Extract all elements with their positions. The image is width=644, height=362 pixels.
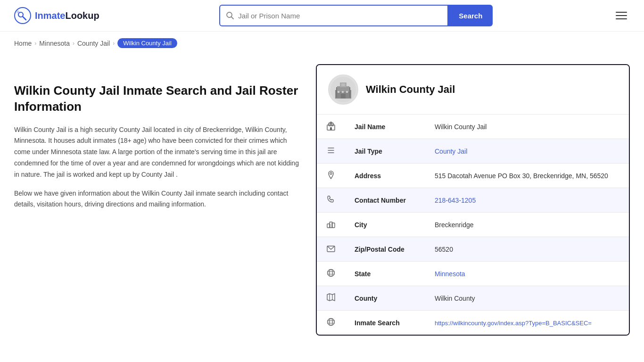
icon-cell xyxy=(317,188,345,213)
svg-point-29 xyxy=(328,270,335,277)
card-header: Wilkin County Jail xyxy=(317,65,629,115)
table-row: State Minnesota xyxy=(317,262,629,286)
breadcrumb: Home › Minnesota › County Jail › Wilkin … xyxy=(0,32,644,55)
state-link[interactable]: Minnesota xyxy=(435,270,465,278)
info-table: Jail Name Wilkin County Jail Jail Type C… xyxy=(317,115,629,335)
page-title: Wilkin County Jail Inmate Search and Jai… xyxy=(14,83,302,115)
svg-rect-10 xyxy=(341,83,345,86)
label-cell: Jail Type xyxy=(345,139,425,164)
icon-cell xyxy=(317,213,345,237)
svg-rect-20 xyxy=(330,127,332,130)
label-cell: Jail Name xyxy=(345,115,425,139)
svg-point-30 xyxy=(330,270,333,277)
search-globe-icon xyxy=(326,317,336,327)
icon-cell xyxy=(317,262,345,286)
search-icon xyxy=(226,11,234,20)
label-cell: State xyxy=(345,262,425,286)
breadcrumb-sep-1: › xyxy=(34,40,36,47)
label-cell: Zip/Postal Code xyxy=(345,237,425,262)
value-cell: 515 Dacotah Avenue PO Box 30, Breckenrid… xyxy=(425,164,629,188)
logo-text: InmateLookup xyxy=(35,10,99,21)
left-content: Wilkin County Jail Inmate Search and Jai… xyxy=(14,64,316,218)
breadcrumb-sep-3: › xyxy=(113,40,115,47)
svg-point-3 xyxy=(17,10,19,13)
label-cell: Contact Number xyxy=(345,188,425,213)
jail-info-card: Wilkin County Jail Jail Name Wilkin Coun… xyxy=(316,64,630,336)
breadcrumb-state[interactable]: Minnesota xyxy=(39,40,70,47)
logo-link[interactable]: InmateLookup xyxy=(14,7,99,24)
label-cell: City xyxy=(345,213,425,237)
hamburger-line2 xyxy=(616,15,627,16)
icon-cell xyxy=(317,139,345,164)
value-cell: Wilkin County xyxy=(425,286,629,311)
table-row: City Breckenridge xyxy=(317,213,629,237)
table-row: Address 515 Dacotah Avenue PO Box 30, Br… xyxy=(317,164,629,188)
description-paragraph-2: Below we have given information about th… xyxy=(14,188,302,211)
mail-icon xyxy=(326,244,336,253)
breadcrumb-sep-2: › xyxy=(73,40,74,47)
svg-rect-14 xyxy=(341,94,346,99)
logo-part2: Lookup xyxy=(65,10,99,21)
svg-point-24 xyxy=(330,173,332,174)
jail-building-icon xyxy=(330,77,356,102)
svg-rect-16 xyxy=(349,87,350,98)
logo-part1: Inmate xyxy=(35,10,65,21)
svg-line-2 xyxy=(23,16,26,20)
city-icon xyxy=(326,219,336,229)
search-input[interactable] xyxy=(238,12,442,20)
inmate-search-link[interactable]: https://wilkincounty.gov/index.asp?Type=… xyxy=(435,320,592,327)
hamburger-line3 xyxy=(616,18,627,19)
jail-avatar xyxy=(328,74,358,105)
table-row: Zip/Postal Code 56520 xyxy=(317,237,629,262)
icon-cell xyxy=(317,115,345,139)
svg-rect-15 xyxy=(336,87,337,98)
search-button[interactable]: Search xyxy=(448,5,493,26)
value-cell: County Jail xyxy=(425,139,629,164)
breadcrumb-current: Wilkin County Jail xyxy=(117,38,177,48)
value-cell: Wilkin County Jail xyxy=(425,115,629,139)
globe-icon xyxy=(326,268,336,278)
building-icon xyxy=(326,121,336,131)
breadcrumb-type[interactable]: County Jail xyxy=(77,40,110,47)
value-cell: 56520 xyxy=(425,237,629,262)
svg-rect-18 xyxy=(329,123,333,126)
svg-rect-13 xyxy=(346,91,348,93)
card-title: Wilkin County Jail xyxy=(366,83,455,96)
label-cell: County xyxy=(345,286,425,311)
value-cell: Breckenridge xyxy=(425,213,629,237)
value-cell: Minnesota xyxy=(425,262,629,286)
list-icon xyxy=(326,146,336,155)
svg-point-37 xyxy=(330,319,333,326)
phone-link[interactable]: 218-643-1205 xyxy=(435,197,476,204)
svg-line-5 xyxy=(231,17,234,19)
pin-icon xyxy=(326,170,336,180)
icon-cell xyxy=(317,164,345,188)
search-area: Search xyxy=(219,5,493,26)
icon-cell xyxy=(317,286,345,311)
icon-cell xyxy=(317,311,345,335)
hamburger-menu[interactable] xyxy=(613,9,630,22)
breadcrumb-home[interactable]: Home xyxy=(14,40,32,47)
svg-rect-11 xyxy=(338,91,339,93)
table-row: County Wilkin County xyxy=(317,286,629,311)
phone-icon xyxy=(326,195,336,204)
svg-marker-33 xyxy=(327,294,335,301)
description-paragraph-1: Wilkin County Jail is a high security Co… xyxy=(14,124,302,181)
svg-point-36 xyxy=(328,319,335,326)
table-row: Inmate Search https://wilkincounty.gov/i… xyxy=(317,311,629,335)
logo-icon xyxy=(14,7,31,24)
svg-rect-12 xyxy=(342,91,344,93)
icon-cell xyxy=(317,237,345,262)
value-cell: https://wilkincounty.gov/index.asp?Type=… xyxy=(425,311,629,335)
hamburger-line1 xyxy=(616,12,627,13)
header: InmateLookup Search xyxy=(0,0,644,32)
jail-type-link[interactable]: County Jail xyxy=(435,148,467,155)
value-cell: 218-643-1205 xyxy=(425,188,629,213)
table-row: Jail Name Wilkin County Jail xyxy=(317,115,629,139)
search-wrapper xyxy=(219,5,448,26)
label-cell: Address xyxy=(345,164,425,188)
main-layout: Wilkin County Jail Inmate Search and Jai… xyxy=(0,55,644,354)
table-row: Jail Type County Jail xyxy=(317,139,629,164)
label-cell: Inmate Search xyxy=(345,311,425,335)
map-icon xyxy=(326,293,336,302)
